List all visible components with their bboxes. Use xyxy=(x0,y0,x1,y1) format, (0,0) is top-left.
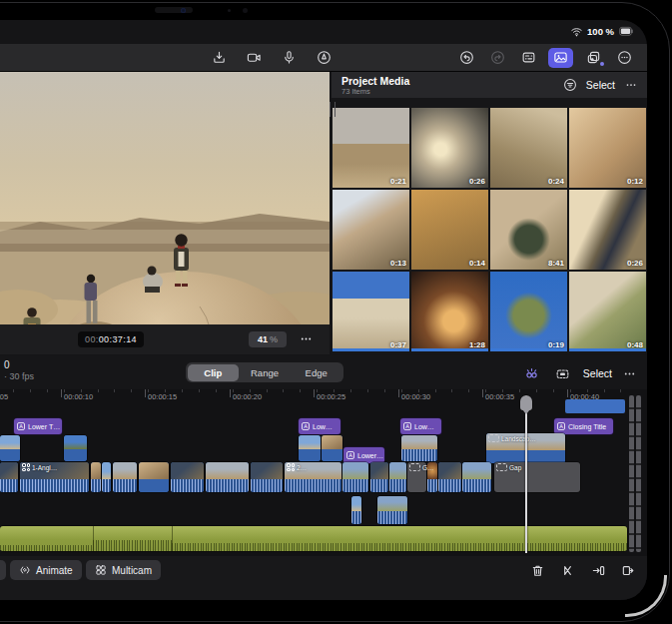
timeline-select-button[interactable]: Select xyxy=(583,367,612,379)
media-clip-thumbnail[interactable]: 0:24 xyxy=(490,108,567,188)
timeline-video-clip[interactable] xyxy=(377,496,407,524)
zoom-level-button[interactable]: 41% xyxy=(249,331,287,347)
clip-filmstrip xyxy=(171,462,204,479)
timeline-title-clip[interactable]: AClosing Title xyxy=(554,418,613,434)
enhance-icon[interactable] xyxy=(521,363,543,383)
top-toolbar xyxy=(0,44,647,72)
media-clip-thumbnail[interactable]: 8:41 xyxy=(490,190,567,270)
timeline-video-clip[interactable] xyxy=(139,462,169,492)
viewer-more-button[interactable] xyxy=(297,329,315,347)
battery-percent: 100 % xyxy=(587,26,614,37)
import-icon[interactable] xyxy=(208,48,230,68)
edge-button-partial[interactable] xyxy=(0,560,6,580)
media-clip-thumbnail[interactable]: 0:19 xyxy=(490,272,567,351)
timeline-vertical-scrollbar[interactable] xyxy=(628,395,643,552)
timeline-video-clip[interactable] xyxy=(102,462,111,492)
clip-label: G… xyxy=(409,463,434,471)
timeline-title-clip[interactable]: ALower T… xyxy=(14,418,62,434)
timeline-video-clip[interactable] xyxy=(401,435,437,461)
scrollbar-thumb xyxy=(636,395,641,552)
timeline-title-clip[interactable]: ALow… xyxy=(299,418,340,434)
undo-icon[interactable] xyxy=(455,48,477,68)
media-clip-thumbnail[interactable]: 0:14 xyxy=(411,190,488,270)
timeline-video-clip[interactable] xyxy=(389,462,406,492)
clip-audio-waveform xyxy=(113,479,137,493)
placeholder-frame-icon xyxy=(496,463,507,471)
timeline-gap-clip[interactable]: G… xyxy=(407,462,426,492)
effects-icon[interactable] xyxy=(582,48,604,68)
timeline-video-clip[interactable] xyxy=(113,462,137,492)
timeline-video-clip[interactable] xyxy=(342,462,368,492)
mode-tab-range[interactable]: Range xyxy=(239,364,291,381)
redo-icon[interactable] xyxy=(486,48,508,68)
timeline-video-clip[interactable] xyxy=(370,462,388,492)
timeline-video-clip[interactable]: 1-Angl… xyxy=(20,462,89,492)
clip-duration: 0:26 xyxy=(469,177,485,186)
clip-filmstrip xyxy=(299,435,321,449)
timeline-video-clip[interactable] xyxy=(0,435,20,461)
clip-audio-waveform xyxy=(299,449,321,461)
timeline-video-clip[interactable] xyxy=(171,462,204,492)
media-clip-thumbnail[interactable]: 0:12 xyxy=(569,108,646,188)
media-clip-thumbnail[interactable]: 0:21 xyxy=(333,108,409,188)
title-badge: A xyxy=(557,422,565,430)
device-corner-highlight xyxy=(625,575,667,617)
playhead-handle[interactable] xyxy=(520,395,532,410)
sensor-dot xyxy=(243,8,248,13)
insert-icon[interactable] xyxy=(590,562,607,579)
media-select-button[interactable]: Select xyxy=(586,79,615,91)
timeline-video-clip[interactable] xyxy=(0,462,18,492)
timeline-video-clip[interactable] xyxy=(351,496,361,524)
timeline-video-clip[interactable] xyxy=(206,462,249,492)
timeline-header: 0 · 30 fps ClipRangeEdge Select xyxy=(0,355,647,389)
mode-tab-clip[interactable]: Clip xyxy=(188,364,240,381)
clip-audio-waveform xyxy=(389,479,406,493)
inspector-icon[interactable] xyxy=(517,48,539,68)
mode-tab-edge[interactable]: Edge xyxy=(291,364,342,381)
blade-icon[interactable] xyxy=(559,562,576,579)
timeline-gap-clip[interactable]: Gap xyxy=(494,462,580,492)
clip-filmstrip xyxy=(401,435,437,449)
timeline-more-button[interactable] xyxy=(621,363,637,383)
timeline-video-clip[interactable] xyxy=(251,462,283,492)
media-more-button[interactable] xyxy=(623,75,639,95)
playhead-line[interactable] xyxy=(525,395,526,553)
media-clip-thumbnail[interactable]: 0:37 xyxy=(333,272,409,351)
ruler-minor-tick xyxy=(114,389,115,392)
overlay-icon[interactable] xyxy=(552,363,574,383)
audio-waveform xyxy=(172,543,627,551)
media-clip-thumbnail[interactable]: 0:13 xyxy=(333,190,409,270)
timeline-video-clip[interactable]: 2… xyxy=(285,462,341,492)
timeline-video-clip[interactable] xyxy=(438,462,461,492)
clip-filmstrip xyxy=(64,435,87,449)
timeline-tracks[interactable]: 00:00:0500:00:1000:00:1500:00:2000:00:25… xyxy=(0,389,647,556)
timeline-audio-clip[interactable] xyxy=(0,526,627,551)
media-clip-thumbnail[interactable]: 0:48 xyxy=(569,272,646,351)
timeline-title-clip[interactable]: ALow… xyxy=(400,418,441,434)
trash-icon[interactable] xyxy=(529,562,546,579)
multicam-button[interactable]: Multicam xyxy=(86,560,161,580)
media-browser-icon[interactable] xyxy=(548,48,573,68)
media-clip-thumbnail[interactable]: 1:28 xyxy=(411,272,488,351)
project-name: 0 xyxy=(4,359,10,370)
viewer-video-preview[interactable] xyxy=(0,72,330,324)
media-clip-thumbnail[interactable]: 0:26 xyxy=(411,108,488,188)
more-icon[interactable] xyxy=(613,48,635,68)
timeline-video-clip[interactable] xyxy=(322,435,342,461)
mic-icon[interactable] xyxy=(278,48,300,68)
panel-resize-handle-vertical[interactable] xyxy=(330,102,336,117)
record-camera-icon[interactable] xyxy=(243,48,265,68)
clip-audio-waveform xyxy=(285,479,341,493)
pencil-icon[interactable] xyxy=(313,48,335,68)
timeline-video-clip[interactable] xyxy=(91,462,101,492)
timeline-title-clip[interactable]: ALower… xyxy=(343,447,384,463)
clip-audio-waveform xyxy=(251,479,283,493)
timeline-video-clip[interactable] xyxy=(64,435,87,461)
animate-button[interactable]: Animate xyxy=(10,560,82,580)
timeline-video-clip[interactable] xyxy=(462,462,491,492)
timecode-display[interactable]: 00:00:37:14 xyxy=(78,331,144,347)
timeline-video-clip[interactable] xyxy=(299,435,321,461)
media-clip-thumbnail[interactable]: 0:26 xyxy=(569,190,646,270)
filter-icon[interactable] xyxy=(562,75,578,95)
timeline-clip-bar[interactable] xyxy=(565,399,625,413)
